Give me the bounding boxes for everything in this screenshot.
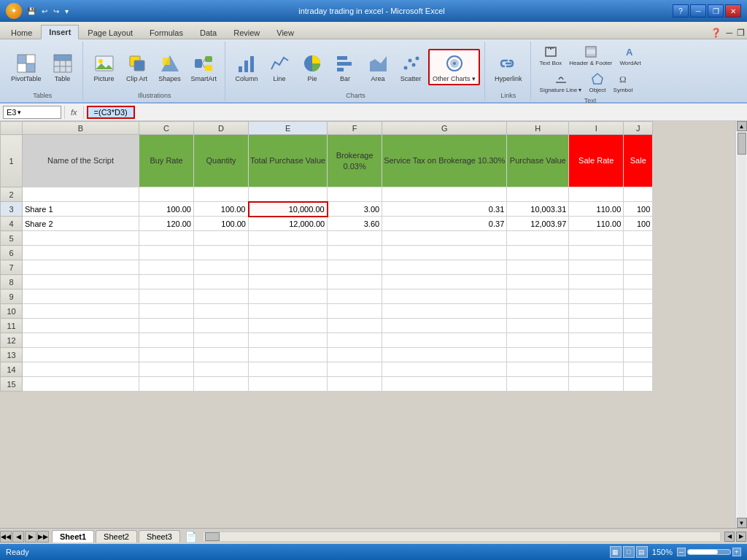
scroll-up-button[interactable]: ▲: [737, 121, 747, 131]
sheet-tab-3[interactable]: Sheet3: [139, 530, 180, 542]
cell-j3[interactable]: 100: [624, 202, 653, 217]
cell-i2[interactable]: [569, 187, 624, 202]
horizontal-scrollbar[interactable]: [203, 532, 721, 542]
cell-c2[interactable]: [139, 187, 194, 202]
tab-formulas[interactable]: Formulas: [142, 26, 191, 39]
cell-c1[interactable]: Buy Rate: [139, 135, 194, 187]
cell-j1[interactable]: Sale: [624, 135, 653, 187]
customize-button[interactable]: ▾: [63, 7, 71, 16]
close-button[interactable]: ✕: [725, 4, 741, 18]
help-button[interactable]: ?: [673, 4, 689, 18]
other-charts-button[interactable]: Other Charts ▾: [428, 49, 480, 85]
symbol-button[interactable]: Ω Symbol: [611, 70, 636, 96]
cell-f3[interactable]: 3.00: [328, 202, 382, 217]
zoom-in-btn[interactable]: +: [732, 548, 741, 556]
cell-f4[interactable]: 3.60: [328, 217, 382, 231]
office-orb[interactable]: ✦: [6, 3, 22, 19]
cell-j4[interactable]: 100: [624, 217, 653, 231]
col-header-d[interactable]: D: [194, 122, 249, 135]
redo-button[interactable]: ↪: [51, 7, 61, 16]
header-footer-button[interactable]: Header & Footer: [566, 43, 615, 69]
col-header-j[interactable]: J: [624, 122, 653, 135]
sheet-tab-1[interactable]: Sheet1: [52, 530, 94, 542]
ribbon-minimize[interactable]: ─: [724, 27, 735, 39]
smart-art-button[interactable]: SmartArt: [187, 50, 221, 85]
save-button[interactable]: 💾: [25, 7, 38, 16]
pivot-table-button[interactable]: PivotTable: [7, 50, 45, 85]
col-header-f[interactable]: F: [328, 122, 382, 135]
h-scroll-thumb[interactable]: [205, 532, 220, 541]
restore-button[interactable]: ❐: [708, 4, 724, 18]
cell-d2[interactable]: [194, 187, 249, 202]
sheet-nav-prev[interactable]: ◀: [12, 531, 24, 542]
cell-e3-selected[interactable]: 10,000.00: [249, 202, 328, 217]
picture-button[interactable]: Picture: [89, 50, 120, 85]
pie-chart-button[interactable]: Pie: [297, 50, 328, 85]
insert-sheet-button[interactable]: 📄: [182, 531, 200, 542]
vertical-scrollbar[interactable]: ▲ ▼: [735, 121, 747, 528]
zoom-out-btn[interactable]: ─: [677, 548, 686, 556]
scroll-thumb[interactable]: [738, 133, 746, 155]
ribbon-restore[interactable]: ❐: [735, 27, 747, 39]
scatter-chart-button[interactable]: Scatter: [395, 50, 426, 85]
page-break-view-btn[interactable]: ▤: [636, 546, 648, 558]
object-button[interactable]: Object: [586, 70, 608, 96]
h-scroll-left[interactable]: ◀: [724, 532, 735, 542]
column-chart-button[interactable]: Column: [231, 50, 262, 85]
formula-value[interactable]: =(C3*D3): [87, 106, 135, 119]
word-art-button[interactable]: A WordArt: [616, 43, 643, 69]
sheet-tab-2[interactable]: Sheet2: [96, 530, 137, 542]
cell-e1[interactable]: Total Purchase Value: [249, 135, 328, 187]
tab-page-layout[interactable]: Page Layout: [80, 26, 141, 39]
cell-b4[interactable]: Share 2: [23, 217, 139, 231]
ribbon-help[interactable]: ❓: [708, 27, 724, 39]
scroll-down-button[interactable]: ▼: [737, 518, 747, 528]
cell-d4[interactable]: 100.00: [194, 217, 249, 231]
zoom-track[interactable]: [687, 549, 731, 555]
text-box-button[interactable]: Text Box: [537, 43, 565, 69]
cell-i3[interactable]: 110.00: [569, 202, 624, 217]
shapes-button[interactable]: Shapes: [155, 50, 185, 85]
cell-f1[interactable]: Brokerage0.03%: [328, 135, 382, 187]
tab-insert[interactable]: Insert: [41, 25, 79, 39]
minimize-button[interactable]: ─: [690, 4, 706, 18]
sheet-nav-first[interactable]: ◀◀: [0, 531, 12, 542]
cell-d1[interactable]: Quantity: [194, 135, 249, 187]
col-header-c[interactable]: C: [139, 122, 194, 135]
cell-b2[interactable]: [23, 187, 139, 202]
cell-b3[interactable]: Share 1: [23, 202, 139, 217]
cell-d3[interactable]: 100.00: [194, 202, 249, 217]
name-box-arrow[interactable]: ▾: [18, 109, 21, 116]
tab-home[interactable]: Home: [3, 26, 40, 39]
cell-g2[interactable]: [382, 187, 507, 202]
cell-e2[interactable]: [249, 187, 328, 202]
cell-g1[interactable]: Service Tax on Brokerage 10.30%: [382, 135, 507, 187]
tab-review[interactable]: Review: [225, 26, 268, 39]
col-header-g[interactable]: G: [382, 122, 507, 135]
cell-h2[interactable]: [507, 187, 569, 202]
area-chart-button[interactable]: Area: [363, 50, 393, 85]
cell-c4[interactable]: 120.00: [139, 217, 194, 231]
cell-g3[interactable]: 0.31: [382, 202, 507, 217]
cell-e4[interactable]: 12,000.00: [249, 217, 328, 231]
hyperlink-button[interactable]: Hyperlink: [491, 50, 526, 85]
cell-h4[interactable]: 12,003.97: [507, 217, 569, 231]
h-scroll-right[interactable]: ▶: [736, 532, 746, 542]
sheet-nav-last[interactable]: ▶▶: [37, 531, 49, 542]
cell-b1[interactable]: Name of the Script: [23, 135, 139, 187]
col-header-b[interactable]: B: [23, 122, 139, 135]
line-chart-button[interactable]: Line: [264, 50, 295, 85]
undo-button[interactable]: ↩: [39, 7, 50, 16]
cell-j2[interactable]: [624, 187, 653, 202]
col-header-h[interactable]: H: [507, 122, 569, 135]
cell-h3[interactable]: 10,003.31: [507, 202, 569, 217]
cell-i1[interactable]: Sale Rate: [569, 135, 624, 187]
cell-g4[interactable]: 0.37: [382, 217, 507, 231]
cell-i4[interactable]: 110.00: [569, 217, 624, 231]
clip-art-button[interactable]: Clip Art: [122, 50, 152, 85]
cell-h1[interactable]: Purchase Value: [507, 135, 569, 187]
col-header-i[interactable]: I: [569, 122, 624, 135]
normal-view-btn[interactable]: ▦: [610, 546, 622, 558]
tab-view[interactable]: View: [268, 26, 302, 39]
name-box[interactable]: E3 ▾: [3, 106, 61, 119]
